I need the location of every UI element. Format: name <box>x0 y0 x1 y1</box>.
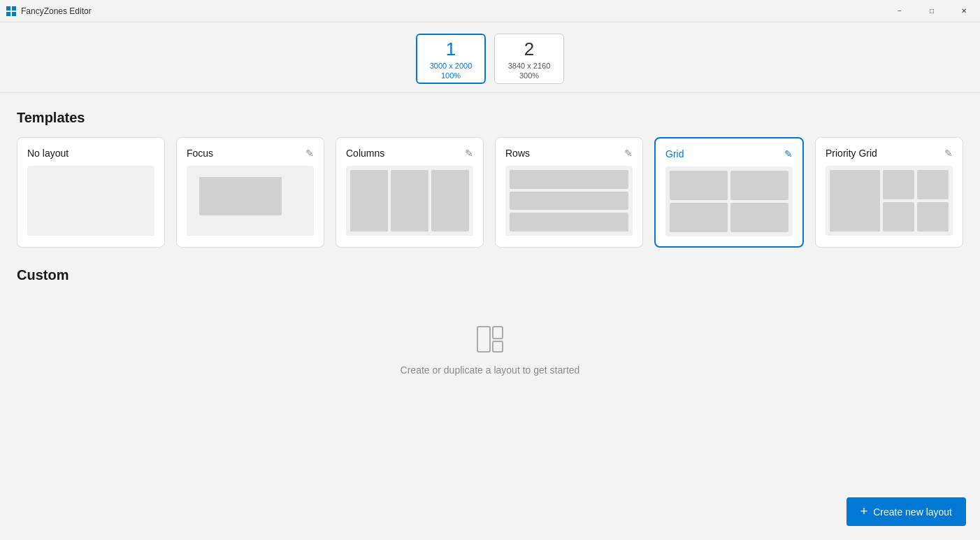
preview-rows <box>505 166 633 236</box>
template-card-title-priority-grid: Priority Grid <box>826 148 877 159</box>
template-card-header-focus: Focus ✎ <box>187 148 314 159</box>
monitor-zoom-1: 100% <box>441 71 461 80</box>
preview-grid <box>665 166 793 236</box>
template-card-priority-grid[interactable]: Priority Grid ✎ <box>815 137 963 248</box>
template-card-title-focus: Focus <box>187 148 213 159</box>
template-card-header-columns: Columns ✎ <box>346 148 473 159</box>
pg-zone-small-2 <box>917 170 949 199</box>
template-card-title-grid: Grid <box>665 148 684 159</box>
template-card-header-rows: Rows ✎ <box>505 148 633 159</box>
template-card-title-rows: Rows <box>505 148 530 159</box>
template-card-columns[interactable]: Columns ✎ <box>336 137 484 248</box>
template-card-grid[interactable]: Grid ✎ <box>654 137 804 248</box>
template-card-header-grid: Grid ✎ <box>665 148 793 159</box>
preview-priority-grid <box>826 166 953 236</box>
monitor-number-1: 1 <box>446 38 456 60</box>
col-zone-1 <box>350 170 388 232</box>
titlebar-left: FancyZones Editor <box>6 6 92 17</box>
pg-zone-small-4 <box>917 202 949 232</box>
grid-zone-1 <box>670 171 728 200</box>
svg-rect-3 <box>12 12 16 16</box>
pg-zone-small-1 <box>883 170 914 199</box>
templates-section: Templates No layout Focus ✎ <box>17 110 963 248</box>
template-card-title-columns: Columns <box>346 148 384 159</box>
monitor-resolution-1: 3000 x 2000 <box>430 62 473 70</box>
template-card-rows[interactable]: Rows ✎ <box>495 137 643 248</box>
svg-rect-2 <box>6 12 10 16</box>
monitor-number-2: 2 <box>524 38 534 60</box>
monitor-card-2[interactable]: 2 3840 x 2160 300% <box>494 34 564 84</box>
template-card-focus[interactable]: Focus ✎ <box>176 137 324 248</box>
grid-zone-4 <box>730 203 788 232</box>
templates-row: No layout Focus ✎ Columns ✎ <box>17 137 963 248</box>
template-card-title-no-layout: No layout <box>27 148 69 159</box>
preview-columns <box>346 166 473 236</box>
custom-empty-text: Create or duplicate a layout to get star… <box>401 364 580 376</box>
preview-no-layout <box>27 166 154 236</box>
grid-zone-2 <box>730 171 788 200</box>
maximize-button[interactable]: □ <box>916 0 948 22</box>
custom-empty-state: Create or duplicate a layout to get star… <box>17 294 963 376</box>
main-content: Templates No layout Focus ✎ <box>0 93 980 540</box>
create-btn-label: Create new layout <box>873 506 952 518</box>
template-card-header-priority-grid: Priority Grid ✎ <box>826 148 953 159</box>
grid-zone-3 <box>670 203 728 232</box>
pg-zone-small-3 <box>883 202 914 232</box>
edit-icon-columns[interactable]: ✎ <box>465 148 473 159</box>
monitor-card-1[interactable]: 1 3000 x 2000 100% <box>416 34 486 84</box>
edit-icon-focus[interactable]: ✎ <box>305 148 314 159</box>
col-zone-3 <box>431 170 469 232</box>
svg-rect-0 <box>6 6 10 10</box>
template-card-header-no-layout: No layout <box>27 148 154 159</box>
preview-focus <box>187 166 314 236</box>
custom-section-title: Custom <box>17 267 963 283</box>
col-zone-2 <box>391 170 428 232</box>
svg-rect-6 <box>493 341 503 352</box>
template-card-no-layout[interactable]: No layout <box>17 137 165 248</box>
app-title: FancyZones Editor <box>21 6 92 16</box>
monitor-zoom-2: 300% <box>519 71 539 80</box>
edit-icon-rows[interactable]: ✎ <box>624 148 633 159</box>
templates-section-title: Templates <box>17 110 963 126</box>
create-new-layout-button[interactable]: + Create new layout <box>846 497 966 526</box>
monitor-resolution-2: 3840 x 2160 <box>508 62 551 70</box>
row-zone-3 <box>510 213 628 232</box>
svg-rect-4 <box>477 327 490 352</box>
edit-icon-priority-grid[interactable]: ✎ <box>944 148 953 159</box>
minimize-button[interactable]: − <box>884 0 916 22</box>
svg-rect-5 <box>493 327 503 339</box>
custom-section: Custom Create or duplicate a layout to g… <box>17 267 963 376</box>
pg-zone-main <box>830 170 880 232</box>
monitor-section: 1 3000 x 2000 100% 2 3840 x 2160 300% <box>0 22 980 93</box>
row-zone-1 <box>510 170 628 189</box>
focus-zone <box>199 177 282 215</box>
app-icon <box>6 6 17 17</box>
empty-layout-icon <box>473 322 507 356</box>
create-btn-plus-icon: + <box>860 504 868 519</box>
row-zone-2 <box>510 192 628 211</box>
titlebar-controls: − □ ✕ <box>884 0 980 22</box>
edit-icon-grid[interactable]: ✎ <box>784 148 793 159</box>
svg-rect-1 <box>12 6 16 10</box>
titlebar: FancyZones Editor − □ ✕ <box>0 0 980 22</box>
close-button[interactable]: ✕ <box>948 0 980 22</box>
